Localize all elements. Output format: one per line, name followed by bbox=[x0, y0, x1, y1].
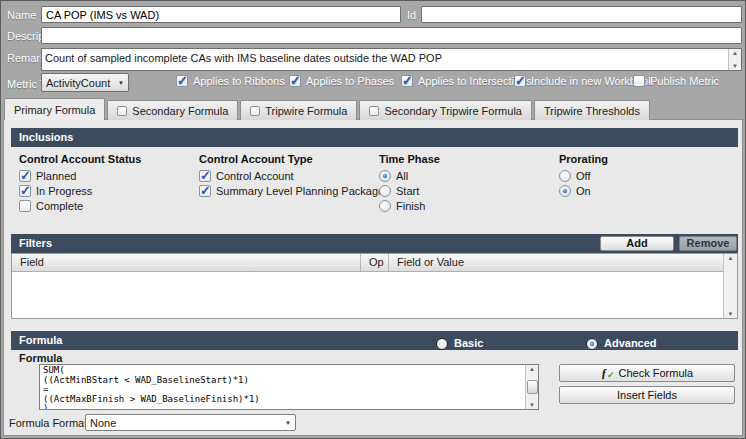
option-label: On bbox=[576, 185, 591, 197]
flag-applies-to-intersections[interactable]: Applies to Intersections bbox=[401, 75, 532, 87]
tab-secondary-tripwire-formula[interactable]: Secondary Tripwire Formula bbox=[359, 100, 532, 120]
scroll-down-icon[interactable]: ▼ bbox=[724, 310, 737, 318]
radio[interactable] bbox=[559, 185, 571, 197]
tab-secondary-formula[interactable]: Secondary Formula bbox=[107, 100, 238, 120]
formula-format-value: None bbox=[90, 417, 116, 429]
group-control-account-status: Control Account Status Planned In Progre… bbox=[19, 153, 197, 215]
flag-label: Publish Metric bbox=[650, 75, 719, 87]
group-time-phase: Time Phase All Start Finish bbox=[379, 153, 557, 215]
group-title: Prorating bbox=[559, 153, 737, 165]
column-header-op[interactable]: Op bbox=[361, 254, 389, 271]
checkbox[interactable] bbox=[19, 170, 31, 182]
tab-label: Tripwire Formula bbox=[265, 105, 347, 117]
tab-tripwire-formula[interactable]: Tripwire Formula bbox=[240, 100, 357, 120]
formula-format-dropdown[interactable]: None ▼ bbox=[85, 414, 296, 431]
option-complete[interactable]: Complete bbox=[19, 200, 197, 212]
scroll-up-icon[interactable]: ▲ bbox=[729, 49, 741, 57]
checkbox[interactable] bbox=[633, 75, 645, 87]
checkbox[interactable] bbox=[199, 185, 211, 197]
tab-checkbox[interactable] bbox=[117, 106, 127, 116]
tab-label: Tripwire Thresholds bbox=[544, 105, 640, 117]
formula-tab-strip: Primary Formula Secondary Formula Tripwi… bbox=[4, 98, 652, 120]
tab-label: Secondary Formula bbox=[132, 105, 228, 117]
metric-editor-window: Name Id Description Remarks Count of sam… bbox=[0, 0, 746, 439]
tab-tripwire-thresholds[interactable]: Tripwire Thresholds bbox=[534, 100, 650, 120]
radio[interactable] bbox=[379, 185, 391, 197]
remarks-text[interactable]: Count of sampled incomplete CAs with IMS… bbox=[45, 52, 725, 64]
option-on[interactable]: On bbox=[559, 185, 737, 197]
checkbox[interactable] bbox=[176, 75, 188, 87]
filters-grid-scrollbar[interactable]: ▲ ▼ bbox=[723, 254, 737, 318]
section-title: Formula bbox=[19, 334, 62, 346]
button-label: Check Formula bbox=[618, 367, 693, 379]
checkbox[interactable] bbox=[19, 200, 31, 212]
tab-primary-formula[interactable]: Primary Formula bbox=[4, 98, 105, 120]
chevron-down-icon: ▼ bbox=[118, 80, 124, 86]
option-off[interactable]: Off bbox=[559, 170, 737, 182]
scroll-down-icon[interactable]: ▼ bbox=[729, 62, 741, 70]
flag-publish-metric[interactable]: Publish Metric bbox=[633, 75, 719, 87]
chevron-down-icon: ▼ bbox=[285, 420, 291, 426]
checkbox[interactable] bbox=[199, 170, 211, 182]
description-input[interactable] bbox=[41, 27, 742, 44]
option-label: Planned bbox=[36, 170, 76, 182]
radio[interactable] bbox=[379, 170, 391, 182]
option-finish[interactable]: Finish bbox=[379, 200, 557, 212]
flag-label: Applies to Phases bbox=[306, 75, 394, 87]
filters-grid-header: Field Op Field or Value bbox=[12, 254, 723, 272]
name-input[interactable] bbox=[41, 6, 401, 23]
formula-mode-advanced[interactable]: Advanced bbox=[586, 334, 657, 353]
scroll-down-icon[interactable]: ▼ bbox=[526, 401, 538, 409]
button-label: Insert Fields bbox=[617, 389, 677, 401]
option-in-progress[interactable]: In Progress bbox=[19, 185, 197, 197]
flag-applies-to-ribbons[interactable]: Applies to Ribbons bbox=[176, 75, 285, 87]
fx-check-icon: ✓ bbox=[607, 370, 615, 380]
option-start[interactable]: Start bbox=[379, 185, 557, 197]
add-filter-button[interactable]: Add bbox=[600, 236, 674, 251]
checkbox[interactable] bbox=[514, 75, 526, 87]
tab-checkbox[interactable] bbox=[250, 106, 260, 116]
option-all[interactable]: All bbox=[379, 170, 557, 182]
radio[interactable] bbox=[379, 200, 391, 212]
radio[interactable] bbox=[436, 338, 448, 350]
section-title: Filters bbox=[19, 237, 52, 249]
column-header-field-or-value[interactable]: Field or Value bbox=[389, 254, 723, 271]
scroll-up-icon[interactable]: ▲ bbox=[526, 365, 538, 373]
group-title: Control Account Status bbox=[19, 153, 197, 165]
scroll-up-icon[interactable]: ▲ bbox=[724, 254, 737, 262]
group-control-account-type: Control Account Type Control Account Sum… bbox=[199, 153, 399, 200]
option-label: Control Account bbox=[216, 170, 294, 182]
formula-mode-basic[interactable]: Basic bbox=[436, 334, 483, 353]
name-label: Name bbox=[7, 9, 36, 21]
formula-editor[interactable]: SUM( ((ActMinBStart < WAD_BaselineStart)… bbox=[39, 364, 539, 410]
scrollbar-thumb[interactable] bbox=[527, 380, 538, 394]
flag-applies-to-phases[interactable]: Applies to Phases bbox=[289, 75, 394, 87]
inclusions-section-header: Inclusions bbox=[11, 128, 738, 147]
group-title: Time Phase bbox=[379, 153, 557, 165]
checkbox[interactable] bbox=[401, 75, 413, 87]
radio[interactable] bbox=[586, 338, 598, 350]
insert-fields-button[interactable]: Insert Fields bbox=[559, 386, 735, 404]
option-planned[interactable]: Planned bbox=[19, 170, 197, 182]
radio[interactable] bbox=[559, 170, 571, 182]
option-label: Summary Level Planning Package bbox=[216, 185, 384, 197]
option-label: All bbox=[396, 170, 408, 182]
option-label: Advanced bbox=[604, 334, 657, 353]
option-summary-level-planning-package[interactable]: Summary Level Planning Package bbox=[199, 185, 399, 197]
column-header-field[interactable]: Field bbox=[12, 254, 361, 271]
checkbox[interactable] bbox=[19, 185, 31, 197]
option-control-account[interactable]: Control Account bbox=[199, 170, 399, 182]
remarks-scrollbar[interactable]: ▲ ▼ bbox=[728, 49, 741, 70]
formula-editor-scrollbar[interactable]: ▲ ▼ bbox=[525, 365, 538, 409]
option-label: Start bbox=[396, 185, 419, 197]
button-label: Remove bbox=[687, 234, 730, 253]
metric-type-dropdown[interactable]: ActivityCount ▼ bbox=[41, 73, 129, 92]
button-label: Add bbox=[626, 234, 647, 253]
filters-section-header: Filters Add Remove bbox=[11, 234, 738, 253]
section-title: Inclusions bbox=[19, 131, 73, 143]
id-input[interactable] bbox=[421, 6, 742, 23]
check-formula-button[interactable]: ƒ ✓ Check Formula bbox=[559, 364, 735, 382]
tab-checkbox[interactable] bbox=[369, 106, 379, 116]
checkbox[interactable] bbox=[289, 75, 301, 87]
remove-filter-button[interactable]: Remove bbox=[679, 236, 737, 251]
